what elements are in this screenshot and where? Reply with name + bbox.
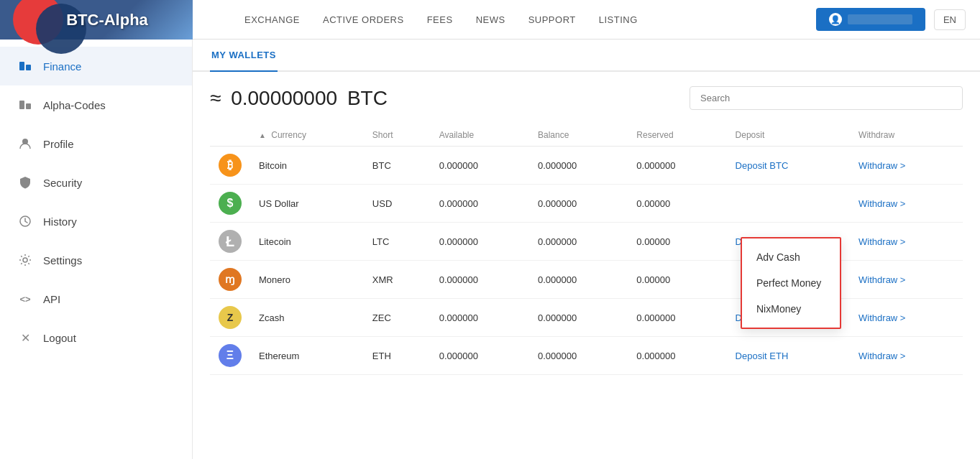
sidebar-item-settings[interactable]: Settings — [0, 241, 192, 279]
sidebar-item-logout[interactable]: ✕ Logout — [0, 318, 192, 357]
tab-my-wallets[interactable]: MY WALLETS — [210, 40, 278, 72]
coin-icon-usd: $ — [219, 192, 242, 215]
col-deposit: Deposit — [727, 124, 850, 147]
sidebar-item-alpha-codes[interactable]: Alpha-Codes — [0, 85, 192, 124]
svg-rect-0 — [19, 62, 24, 70]
col-withdraw: Withdraw — [850, 124, 963, 147]
sidebar-label-logout: Logout — [43, 332, 76, 344]
balance-xmr: 0.000000 — [529, 261, 628, 299]
deposit-eth[interactable]: Deposit ETH — [736, 351, 789, 361]
settings-icon — [17, 252, 33, 268]
available-eth: 0.000000 — [431, 337, 529, 375]
withdraw-usd[interactable]: Withdraw > — [858, 198, 905, 209]
lang-button[interactable]: EN — [934, 9, 966, 30]
dropdown-item-advcash[interactable]: Adv Cash — [742, 244, 840, 270]
reserved-usd: 0.00000 — [628, 185, 726, 223]
table-row: Ξ Ethereum ETH 0.000000 0.000000 0.00000… — [210, 337, 963, 375]
nav-active-orders[interactable]: ACTIVE ORDERS — [323, 14, 404, 25]
user-icon: 👤 — [829, 13, 842, 26]
table-row: Ł Litecoin LTC 0.000000 0.000000 0.00000… — [210, 223, 963, 261]
withdraw-btc[interactable]: Withdraw > — [858, 160, 905, 171]
col-currency: ▲ Currency — [250, 124, 364, 147]
search-input[interactable] — [690, 86, 963, 110]
table-row: Z Zcash ZEC 0.000000 0.000000 0.000000 D… — [210, 299, 963, 337]
withdraw-eth[interactable]: Withdraw > — [858, 351, 905, 361]
svg-rect-2 — [19, 101, 24, 109]
balance-prefix: ≈ — [210, 87, 221, 109]
withdraw-zec[interactable]: Withdraw > — [858, 312, 905, 323]
api-icon: <> — [17, 291, 33, 307]
balance-zec: 0.000000 — [529, 299, 628, 337]
coin-icon-eth: Ξ — [219, 344, 242, 367]
deposit-dropdown: Adv Cash Perfect Money NixMoney — [741, 237, 841, 329]
balance-btc: 0.000000 — [529, 147, 628, 185]
sidebar-item-security[interactable]: Security — [0, 163, 192, 202]
alpha-codes-icon — [17, 97, 33, 113]
nav-right: 👤 EN — [816, 8, 966, 31]
currency-xmr: Monero — [250, 261, 364, 299]
dropdown-item-perfectmoney[interactable]: Perfect Money — [742, 270, 840, 296]
balance-usd: 0.000000 — [529, 185, 628, 223]
currency-ltc: Litecoin — [250, 223, 364, 261]
balance-ltc: 0.000000 — [529, 223, 628, 261]
content-area: ≈ 0.00000000 BTC ▲ Currency Short Availa… — [193, 72, 980, 389]
coin-icon-xmr: ɱ — [219, 268, 242, 291]
currency-zec: Zcash — [250, 299, 364, 337]
sidebar-label-api: API — [43, 293, 60, 305]
svg-rect-1 — [26, 65, 31, 70]
main-content: MY WALLETS ≈ 0.00000000 BTC ▲ Currency S… — [193, 40, 980, 459]
balance-display: ≈ 0.00000000 BTC — [210, 87, 388, 110]
nav-listing[interactable]: LISTING — [599, 14, 638, 25]
table-row: ɱ Monero XMR 0.000000 0.000000 0.00000 W… — [210, 261, 963, 299]
deposit-btc[interactable]: Deposit BTC — [736, 160, 789, 171]
balance-amount: 0.00000000 — [231, 87, 337, 109]
logo-text: BTC-Alpha — [66, 11, 148, 29]
withdraw-ltc[interactable]: Withdraw > — [858, 236, 905, 247]
withdraw-xmr[interactable]: Withdraw > — [858, 274, 905, 285]
currency-btc: Bitcoin — [250, 147, 364, 185]
sidebar-label-alpha-codes: Alpha-Codes — [43, 99, 106, 111]
reserved-xmr: 0.00000 — [628, 261, 726, 299]
history-icon — [17, 213, 33, 229]
user-button-label — [848, 14, 912, 24]
sidebar-item-history[interactable]: History — [0, 202, 192, 241]
nav-support[interactable]: SUPPORT — [528, 14, 576, 25]
sidebar-label-settings: Settings — [43, 254, 82, 266]
col-balance: Balance — [529, 124, 628, 147]
col-short: Short — [364, 124, 431, 147]
currency-usd: US Dollar — [250, 185, 364, 223]
sidebar-label-profile: Profile — [43, 138, 74, 150]
sidebar-item-finance[interactable]: Finance — [0, 47, 192, 85]
available-zec: 0.000000 — [431, 299, 529, 337]
security-icon — [17, 175, 33, 190]
sidebar-item-api[interactable]: <> API — [0, 279, 192, 318]
svg-rect-3 — [26, 103, 31, 109]
sidebar-item-profile[interactable]: Profile — [0, 124, 192, 163]
dropdown-item-nixmoney[interactable]: NixMoney — [742, 296, 840, 322]
coin-icon-btc: ₿ — [219, 154, 242, 177]
short-btc: BTC — [364, 147, 431, 185]
table-row: $ US Dollar USD 0.000000 0.000000 0.0000… — [210, 185, 963, 223]
user-button[interactable]: 👤 — [816, 8, 925, 31]
balance-row: ≈ 0.00000000 BTC — [210, 86, 963, 110]
nav-links: EXCHANGE ACTIVE ORDERS FEES NEWS SUPPORT… — [244, 14, 816, 25]
short-eth: ETH — [364, 337, 431, 375]
available-btc: 0.000000 — [431, 147, 529, 185]
reserved-ltc: 0.00000 — [628, 223, 726, 261]
finance-icon — [17, 58, 33, 74]
sidebar-label-history: History — [43, 215, 77, 228]
logo-area: BTC-Alpha — [0, 0, 193, 40]
tab-bar: MY WALLETS — [193, 40, 980, 72]
logout-icon: ✕ — [17, 330, 33, 346]
profile-icon — [17, 136, 33, 152]
sort-arrow: ▲ — [259, 131, 266, 139]
short-zec: ZEC — [364, 299, 431, 337]
nav-news[interactable]: NEWS — [476, 14, 505, 25]
available-xmr: 0.000000 — [431, 261, 529, 299]
short-ltc: LTC — [364, 223, 431, 261]
nav-fees[interactable]: FEES — [427, 14, 453, 25]
nav-exchange[interactable]: EXCHANGE — [244, 14, 300, 25]
svg-point-6 — [23, 258, 27, 262]
col-available: Available — [431, 124, 529, 147]
reserved-eth: 0.000000 — [628, 337, 726, 375]
